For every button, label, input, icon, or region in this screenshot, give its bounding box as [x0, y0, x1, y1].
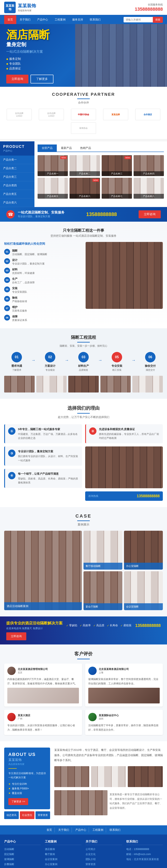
about-sub-link-2[interactable]: 荣誉资质 — [35, 811, 50, 819]
why-num-1: ② — [89, 427, 96, 435]
sidebar-menu-item-5[interactable]: 产品分类六 — [0, 198, 34, 207]
partner-item-2[interactable]: 合作品牌LOGO — [39, 109, 64, 120]
service-title-1: 设计 — [12, 258, 45, 262]
search-input[interactable] — [124, 17, 153, 22]
footer-col-item-2-0[interactable]: 公司简介 — [86, 847, 122, 851]
hero-btn-outline[interactable]: 了解更多 — [31, 75, 54, 84]
review-card-1: 北京某某商务酒店有限公司 上海 玻璃隔断安装后效果非常好，整个空间变得更加通透明… — [85, 663, 163, 707]
about-sub-link-0[interactable]: 动态资讯 — [4, 811, 19, 819]
product-card-7[interactable]: 产品名称八 — [134, 178, 164, 199]
footer-nav-link-1[interactable]: 关于我们 — [56, 828, 72, 833]
cases-grid: 酒店活动隔断案例 餐厅移动隔断 办公室隔断 宴会厅隔断 会议室隔断 — [4, 531, 163, 610]
about-stat-1: ★服务客户5000+ — [8, 787, 46, 790]
about-stats: ★专注行业15年 ★服务客户5000+ ★覆盖全国 — [8, 782, 46, 795]
footer-col-item-1-1[interactable]: 餐厅案例 — [45, 852, 81, 856]
footer-col-3: 联系我们 电话：13588888888 邮箱：info@xxzs.com 地址：… — [126, 840, 163, 868]
cta2-phone[interactable]: 13588888888 — [135, 623, 161, 628]
footer-col-item-1-2[interactable]: 会议室案例 — [45, 858, 81, 861]
nav-item-cases[interactable]: 工程案例 — [52, 15, 69, 24]
footer-col-item-1-0[interactable]: 酒店案例 — [45, 847, 81, 851]
nav-item-service[interactable]: 服务支持 — [69, 15, 87, 24]
case-item-1[interactable]: 餐厅移动隔断 — [84, 531, 122, 569]
process-img-3 — [100, 376, 131, 393]
nav-item-home[interactable]: 首页 — [4, 15, 16, 24]
about-brand-en: ABOUT US — [8, 752, 46, 757]
tab-hot-products[interactable]: 热销产品 — [76, 145, 95, 152]
case-item-3[interactable]: 宴会厅隔断 — [84, 571, 122, 610]
process-num-2: 03 — [78, 352, 89, 362]
hero-btn-primary[interactable]: 立即咨询 — [6, 75, 28, 84]
why-title-3: 每一个细节，让客户产品细节满意 — [18, 472, 79, 476]
section-about: ABOUT US 某某装饰 高品质装饰专家 专注酒店活动隔断领域，为您提供一站式… — [0, 741, 167, 825]
cases-title-en: CASE — [4, 514, 163, 519]
hero-main-title: 酒店隔断 — [6, 29, 54, 40]
product-card-0[interactable]: 产品名称一 NEW — [38, 155, 68, 176]
footer-col-item-0-3[interactable]: 折叠隔断 — [4, 863, 41, 866]
footer-nav-link-4[interactable]: 联系我们 — [107, 828, 123, 833]
partner-item-1[interactable]: 合作品牌LOGO — [7, 109, 32, 120]
nav-search: 搜索 — [124, 17, 163, 23]
db-phone[interactable]: 13588888888 — [86, 211, 117, 217]
why-num-2: ③ — [8, 450, 15, 457]
product-label-3: 产品名称四 — [134, 171, 164, 176]
footer-col-item-2-1[interactable]: 企业文化 — [86, 852, 122, 856]
tab-new-products[interactable]: 最新产品 — [57, 145, 76, 152]
sidebar-menu-item-3[interactable]: 产品分类四 — [0, 181, 34, 190]
reviews-divider — [77, 659, 90, 659]
sidebar-menu-item-4[interactable]: 产品分类五 — [0, 190, 34, 198]
product-card-4[interactable]: 产品名称五 — [38, 178, 68, 199]
footer-col-item-1-3[interactable]: 办公室案例 — [45, 863, 81, 866]
partner-item-5[interactable]: 合作酒店 — [135, 109, 160, 120]
product-card-6[interactable]: 产品名称七 — [102, 178, 132, 199]
db-cta-button[interactable]: 立即咨询 — [139, 210, 161, 218]
product-card-3[interactable]: 产品名称四 — [134, 155, 164, 176]
partners-title-en: COOPERATIVE PARTNER — [4, 92, 163, 97]
reviews-title: 客户评价 — [4, 651, 163, 657]
partner-item-4[interactable]: 某某品牌 — [103, 109, 128, 120]
tab-all-products[interactable]: 全部产品 — [38, 145, 57, 152]
nav-item-contact[interactable]: 联系我们 — [87, 15, 104, 24]
logo-info: 某某装饰 高端装饰专家 — [18, 3, 36, 12]
cta2-left: 提供专业的酒店活动隔断解决方案 欢迎来电咨询 免费量尺 免费设计 — [6, 621, 63, 630]
footer-col-item-0-0[interactable]: 活动隔断 — [4, 847, 41, 851]
process-num-1: 02 — [45, 352, 55, 362]
logo[interactable]: 某某装饰 某某装饰 高端装饰专家 — [4, 2, 36, 13]
case-item-main[interactable]: 酒店活动隔断案例 — [4, 531, 82, 610]
partner-item-6[interactable]: 装饰协会 — [71, 122, 96, 134]
sidebar-menu-item-1[interactable]: 产品分类二 — [0, 164, 34, 173]
product-card-5[interactable]: 产品名称六 NEW — [69, 178, 100, 199]
services-title: 只专注隔断工程这一件事 — [4, 228, 163, 233]
service-item-0: 01 隔断活动隔断、固定隔断、玻璃隔断 — [4, 249, 81, 256]
why-phone[interactable]: 13588888888 — [137, 494, 160, 498]
product-card-2[interactable]: 产品名称三 NEW — [102, 155, 132, 176]
service-num-1: 02 — [4, 258, 10, 264]
footer-nav-link-2[interactable]: 产品中心 — [73, 828, 89, 833]
cta2-btn[interactable]: 立即咨询 — [6, 632, 26, 640]
case-item-4[interactable]: 会议室隔断 — [124, 571, 163, 610]
footer-col-item-2-2[interactable]: 团队介绍 — [86, 858, 122, 861]
header-phone[interactable]: 13588888888 — [135, 6, 163, 12]
footer-col-item-3-0: 电话：13588888888 — [126, 847, 163, 851]
service-title-5: 验收 — [12, 296, 27, 300]
footer-nav-link-0[interactable]: 首页 — [44, 828, 55, 833]
services-list: 01 隔断活动隔断、固定隔断、玻璃隔断 02 设计专业设计团队，量身定制方案 0… — [4, 249, 81, 322]
about-more-btn[interactable]: 了解更多 >> — [8, 798, 28, 805]
why-item-3: ④ 每一个细节，让客户产品细节满意 零缺陷、高标准、高品质、长寿命、易组装；严格… — [4, 469, 82, 488]
sidebar-menu-item-2[interactable]: 产品分类三 — [0, 173, 34, 181]
about-sub-link-1[interactable]: 社会责任 — [20, 811, 34, 819]
review-name-2: 某某大酒店 — [18, 714, 30, 717]
footer-col-item-0-1[interactable]: 固定隔断 — [4, 852, 41, 856]
case-item-2[interactable]: 办公室隔断 — [124, 531, 163, 569]
hero-features: ◆服务定制 ◆专业团队 ◆品质保证 — [6, 57, 54, 70]
nav-item-about[interactable]: 关于我们 — [16, 15, 34, 24]
about-brand-sub: 高品质装饰专家 — [8, 763, 46, 766]
product-card-1[interactable]: 产品名称二 — [69, 155, 100, 176]
partner-item-3[interactable]: 中国XX协会 — [71, 109, 96, 120]
footer-nav-link-3[interactable]: 工程案例 — [90, 828, 106, 833]
search-button[interactable]: 搜索 — [153, 17, 163, 23]
footer-col-item-0-2[interactable]: 玻璃隔断 — [4, 858, 41, 861]
sidebar-menu-item-0[interactable]: 产品分类一 — [0, 156, 34, 164]
footer-col-1: 工程案例 酒店案例 餐厅案例 会议室案例 办公室案例 — [45, 840, 81, 868]
footer-col-item-2-3[interactable]: 荣誉资质 — [86, 863, 122, 866]
nav-item-products[interactable]: 产品中心 — [34, 15, 52, 24]
